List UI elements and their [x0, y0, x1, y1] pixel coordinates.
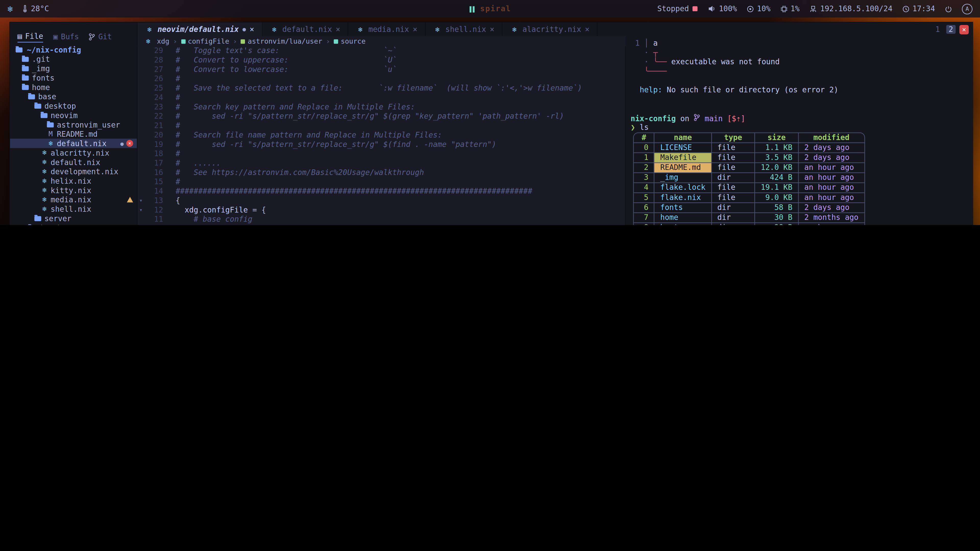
tree-item[interactable]: MREADME.md	[10, 129, 137, 139]
folder-icon	[47, 122, 54, 127]
buffer-tab[interactable]: ❄default.nix×	[262, 22, 348, 36]
close-icon[interactable]: ×	[585, 25, 590, 34]
nix-icon: ❄	[40, 167, 49, 176]
tree-item[interactable]: ❄default.nix	[10, 157, 137, 167]
clock-icon	[902, 5, 909, 12]
clock-value: 17:34	[912, 4, 935, 13]
close-icon[interactable]: ×	[336, 25, 340, 34]
ls-table-row: 4flake.lockfile19.1 KBan hour ago	[634, 183, 864, 192]
terminal-line: help: No such file or directory (os erro…	[631, 86, 967, 95]
tree-item[interactable]: fonts	[10, 73, 137, 83]
cpu-widget[interactable]: 1%	[780, 4, 800, 13]
close-icon[interactable]: ×	[413, 25, 417, 34]
cpu-value: 1%	[791, 4, 800, 13]
disk-icon	[747, 5, 754, 12]
tree-root[interactable]: ~/nix-config	[10, 45, 137, 54]
editor-line: ▾10 "nvim" = {	[138, 224, 625, 225]
tree-item[interactable]: ❄helix.nix	[10, 176, 137, 186]
close-tab-button[interactable]: ×	[959, 25, 969, 34]
tree-item[interactable]: ❄kitty.nix	[10, 186, 137, 195]
ls-table-header: type	[711, 133, 754, 143]
close-icon[interactable]: ×	[490, 25, 494, 34]
tree-item[interactable]: _img	[10, 64, 137, 73]
tree-item-label: media.nix	[51, 195, 91, 204]
buffer-tab-label: neovim/default.nix	[158, 25, 239, 34]
nix-icon: ❄	[270, 25, 278, 33]
editor-line: 24#	[138, 93, 625, 103]
close-icon[interactable]: ×	[250, 25, 254, 34]
buffer-tab[interactable]: ❄shell.nix×	[425, 22, 503, 36]
string-icon	[241, 39, 245, 43]
volume-widget[interactable]: 100%	[708, 4, 737, 13]
tree-item[interactable]: home	[10, 83, 137, 92]
media-widget[interactable]: Stopped	[657, 4, 698, 13]
breadcrumb-segment[interactable]: source	[334, 37, 366, 45]
tree-item[interactable]: darwin	[10, 223, 137, 225]
error-badge-icon: ×	[126, 140, 133, 147]
folder-icon	[35, 216, 41, 221]
buffer-tab-label: media.nix	[368, 25, 409, 34]
breadcrumb-label: source	[341, 37, 366, 45]
file-tree: .git_imgfontshomebasedesktopneovimastron…	[10, 54, 137, 225]
nix-icon: ❄	[356, 25, 365, 33]
sidebar-tab-label: File	[25, 32, 43, 41]
tree-item[interactable]: desktop	[10, 101, 137, 111]
breadcrumb-segment[interactable]: configFile	[181, 37, 229, 45]
ls-table-row: 3_imgdir424 Ban hour ago	[634, 172, 864, 183]
terminal-pane[interactable]: 1 │ a · ┬ · ╰── executable was not found…	[625, 36, 972, 225]
tree-item-label: shell.nix	[51, 205, 91, 213]
tree-item[interactable]: .git	[10, 54, 137, 64]
ls-table-row: 1Makefilefile3.5 KB2 days ago	[634, 152, 864, 162]
tree-item-label: home	[32, 83, 50, 91]
file-explorer[interactable]: ▤File▣BufsGit ~/nix-config .git_imgfonts…	[10, 22, 138, 225]
nix-icon: ❄	[145, 25, 154, 33]
editor-line: 27# Convert to lowercase: `u`	[138, 65, 625, 75]
tree-item-label: neovim	[51, 111, 78, 120]
tree-item[interactable]: astronvim_user	[10, 120, 137, 129]
nix-logo-icon[interactable]: ❄	[7, 4, 13, 14]
clock-widget[interactable]: 17:34	[902, 4, 935, 13]
tree-item[interactable]: ❄media.nix	[10, 195, 137, 204]
folder-icon	[28, 94, 35, 99]
tree-item[interactable]: server	[10, 214, 137, 223]
keyboard-layout-badge[interactable]: A	[962, 3, 973, 14]
tabpage-2[interactable]: 2	[946, 25, 956, 34]
branch-icon	[694, 114, 700, 121]
tree-item-label: desktop	[45, 102, 76, 110]
tree-item[interactable]: ❄default.nix●×	[10, 139, 137, 148]
disk-value: 10%	[757, 4, 770, 13]
desktop: ❄ 28°C spiral Stopped 100% 10%	[0, 0, 980, 225]
buffer-tab-label: shell.nix	[445, 25, 486, 34]
editor-line: 14######################################…	[138, 187, 625, 196]
terminal-line	[631, 104, 967, 114]
network-widget[interactable]: 192.168.5.100/24	[810, 4, 892, 13]
thermometer-icon	[23, 5, 28, 13]
tree-item[interactable]: ❄shell.nix	[10, 204, 137, 214]
folder-open-icon	[16, 47, 22, 52]
breadcrumb[interactable]: ❄xdg›configFile›astronvim/lua/user›sourc…	[138, 36, 626, 46]
bufs-tab-icon: ▣	[53, 32, 58, 41]
editor[interactable]: 29# Toggle text's case: `~`28# Convert t…	[138, 46, 626, 225]
sidebar-tab-file[interactable]: ▤File	[18, 32, 43, 43]
git-tab-icon	[89, 33, 95, 41]
workspace-indicator[interactable]: spiral	[469, 4, 511, 13]
breadcrumb-segment[interactable]: ❄xdg	[144, 37, 169, 45]
folder-icon	[22, 57, 29, 62]
power-icon[interactable]	[945, 5, 952, 12]
tree-item[interactable]: ❄alacritty.nix	[10, 148, 137, 157]
buffer-tab[interactable]: ❄media.nix×	[348, 22, 425, 36]
buffer-tab[interactable]: ❄neovim/default.nix●×	[138, 22, 262, 36]
buffer-tab[interactable]: ❄alacritty.nix×	[503, 22, 598, 36]
sidebar-tab-bufs[interactable]: ▣Bufs	[53, 32, 79, 42]
tabpage-1[interactable]: 1	[933, 25, 942, 34]
sidebar-tab-git[interactable]: Git	[89, 32, 112, 42]
disk-widget[interactable]: 10%	[747, 4, 770, 13]
tree-item[interactable]: base	[10, 92, 137, 101]
tree-item[interactable]: neovim	[10, 110, 137, 120]
breadcrumb-segment[interactable]: astronvim/lua/user	[241, 37, 322, 45]
nix-icon: ❄	[40, 186, 49, 194]
ls-table-header: #	[634, 133, 654, 143]
breadcrumb-label: astronvim/lua/user	[248, 37, 322, 45]
tree-item[interactable]: ❄development.nix	[10, 167, 137, 176]
terminal-line: ╰────	[631, 67, 967, 76]
